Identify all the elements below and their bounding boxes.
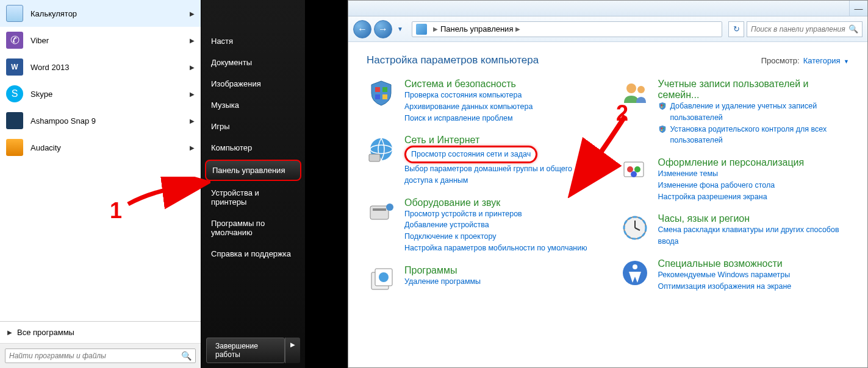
all-programs-item[interactable]: ▶ Все программы bbox=[0, 321, 201, 343]
category-link[interactable]: Изменение темы bbox=[658, 168, 850, 180]
category-icon bbox=[367, 197, 396, 227]
category-block: Оборудование и звукПросмотр устройств и … bbox=[367, 197, 596, 254]
forward-button[interactable]: → bbox=[374, 20, 392, 38]
category-icon bbox=[620, 213, 650, 242]
start-search-box[interactable]: 🔍 bbox=[5, 349, 196, 363]
start-right-item[interactable]: Справка и поддержка bbox=[201, 243, 305, 264]
page-title: Настройка параметров компьютера bbox=[367, 54, 539, 66]
start-right-item[interactable]: Компьютер bbox=[201, 137, 305, 158]
annotation-number-2: 2 bbox=[616, 101, 628, 126]
submenu-arrow-icon: ▶ bbox=[190, 118, 195, 124]
svg-rect-20 bbox=[661, 129, 662, 130]
view-by-label: Просмотр: bbox=[761, 56, 800, 65]
program-item[interactable]: Ashampoo Snap 9 ▶ bbox=[0, 107, 201, 134]
breadcrumb-text[interactable]: Панель управления bbox=[440, 24, 513, 34]
program-icon: S bbox=[6, 85, 23, 102]
category-bullet-link[interactable]: Установка родительского контроля для все… bbox=[658, 124, 850, 147]
category-content: Специальные возможностиРекомендуемые Win… bbox=[658, 258, 850, 292]
search-row: 🔍 bbox=[0, 343, 201, 368]
shutdown-row: Завершение работы ▶ bbox=[201, 333, 305, 368]
program-item[interactable]: Калькулятор ▶ bbox=[0, 0, 201, 27]
svg-point-13 bbox=[626, 83, 636, 93]
category-link[interactable]: Настройка разрешения экрана bbox=[658, 191, 850, 203]
svg-point-14 bbox=[637, 86, 645, 93]
program-icon bbox=[6, 5, 23, 22]
category-heading[interactable]: Оформление и персонализация bbox=[658, 157, 850, 168]
control-panel-search[interactable]: 🔍 bbox=[747, 21, 863, 37]
category-heading[interactable]: Система и безопасность bbox=[404, 79, 596, 90]
category-icon bbox=[367, 265, 396, 294]
category-link[interactable]: Удаление программы bbox=[404, 276, 596, 288]
shutdown-label: Завершение работы bbox=[215, 342, 276, 359]
program-item[interactable]: ✆ Viber ▶ bbox=[0, 27, 201, 54]
svg-rect-18 bbox=[661, 127, 662, 129]
submenu-arrow-icon: ▶ bbox=[190, 144, 195, 151]
view-by-control: Просмотр: Категория ▼ bbox=[761, 56, 849, 65]
start-right-item[interactable]: Игры bbox=[201, 116, 305, 137]
program-label: Word 2013 bbox=[30, 63, 190, 72]
category-block: Специальные возможностиРекомендуемые Win… bbox=[620, 258, 850, 292]
minimize-button[interactable]: — bbox=[849, 1, 867, 16]
category-link[interactable]: Настройка параметров мобильности по умол… bbox=[404, 242, 596, 254]
program-item[interactable]: Audacity ▶ bbox=[0, 134, 201, 161]
program-item[interactable]: S Skype ▶ bbox=[0, 80, 201, 107]
history-dropdown-button[interactable]: ▼ bbox=[395, 20, 406, 38]
navigation-bar: ← → ▼ ▶ Панель управления ▶ ↻ 🔍 bbox=[348, 16, 867, 42]
breadcrumb-bar[interactable]: ▶ Панель управления ▶ bbox=[412, 21, 722, 37]
program-item[interactable]: W Word 2013 ▶ bbox=[0, 54, 201, 80]
start-right-item[interactable]: Панель управления bbox=[205, 160, 301, 181]
window-titlebar: — bbox=[348, 1, 867, 16]
category-icon bbox=[620, 258, 650, 288]
program-label: Skype bbox=[30, 90, 190, 99]
category-heading[interactable]: Специальные возможности bbox=[658, 258, 850, 269]
submenu-arrow-icon: ▶ bbox=[190, 64, 195, 71]
category-link[interactable]: Смена раскладки клавиатуры или других сп… bbox=[658, 224, 850, 247]
category-bullet-link[interactable]: Добавление и удаление учетных записей по… bbox=[658, 101, 850, 124]
control-panel-icon bbox=[416, 24, 427, 35]
view-by-dropdown[interactable]: Категория ▼ bbox=[803, 56, 849, 65]
start-right-item[interactable]: Настя bbox=[201, 30, 305, 52]
category-link[interactable]: Изменение фона рабочего стола bbox=[658, 180, 850, 191]
category-link[interactable]: Архивирование данных компьютера bbox=[404, 101, 596, 113]
program-label: Audacity bbox=[30, 143, 190, 152]
shutdown-options-button[interactable]: ▶ bbox=[285, 338, 300, 363]
program-label: Viber bbox=[30, 36, 190, 45]
category-heading[interactable]: Оборудование и звук bbox=[404, 197, 596, 208]
category-link[interactable]: Добавление устройства bbox=[404, 219, 596, 231]
start-search-input[interactable] bbox=[9, 352, 181, 360]
start-right-item[interactable]: Устройства и принтеры bbox=[201, 182, 305, 213]
category-link[interactable]: Просмотр устройств и принтеров bbox=[404, 208, 596, 220]
category-icon bbox=[367, 135, 396, 164]
submenu-arrow-icon: ▶ bbox=[190, 91, 195, 97]
control-panel-search-input[interactable] bbox=[751, 25, 848, 34]
breadcrumb-separator-icon: ▶ bbox=[515, 26, 520, 32]
category-heading[interactable]: Часы, язык и регион bbox=[658, 213, 850, 224]
category-block: Система и безопасностьПроверка состояния… bbox=[367, 79, 596, 124]
category-heading[interactable]: Программы bbox=[404, 265, 596, 276]
category-heading[interactable]: Учетные записи пользователей и семейн... bbox=[658, 79, 850, 101]
svg-point-12 bbox=[379, 272, 389, 282]
chevron-down-icon: ▼ bbox=[844, 58, 849, 65]
refresh-button[interactable]: ↻ bbox=[728, 21, 744, 37]
category-link[interactable]: Подключение к проектору bbox=[404, 231, 596, 242]
category-link[interactable]: Проверка состояния компьютера bbox=[404, 90, 596, 101]
shutdown-button[interactable]: Завершение работы bbox=[206, 338, 285, 363]
back-button[interactable]: ← bbox=[353, 20, 371, 38]
category-content: Учетные записи пользователей и семейн...… bbox=[658, 79, 850, 146]
arrow-right-icon: ▶ bbox=[7, 329, 12, 336]
start-menu-right-column: НастяДокументыИзображенияМузыкаИгрыКомпь… bbox=[201, 0, 305, 368]
start-right-item[interactable]: Программы по умолчанию bbox=[201, 213, 305, 243]
category-link[interactable]: Оптимизация изображения на экране bbox=[658, 281, 850, 292]
category-link[interactable]: Рекомендуемые Windows параметры bbox=[658, 269, 850, 281]
svg-rect-1 bbox=[382, 87, 387, 92]
program-icon: W bbox=[6, 58, 23, 76]
category-block: ПрограммыУдаление программы bbox=[367, 265, 596, 294]
start-right-item[interactable]: Музыка bbox=[201, 94, 305, 116]
category-block: Оформление и персонализацияИзменение тем… bbox=[620, 157, 850, 202]
svg-rect-3 bbox=[382, 94, 387, 99]
category-block: Учетные записи пользователей и семейн...… bbox=[620, 79, 850, 146]
start-right-item[interactable]: Документы bbox=[201, 52, 305, 73]
search-icon: 🔍 bbox=[848, 24, 858, 34]
start-right-item[interactable]: Изображения bbox=[201, 73, 305, 94]
svg-rect-8 bbox=[373, 208, 386, 211]
